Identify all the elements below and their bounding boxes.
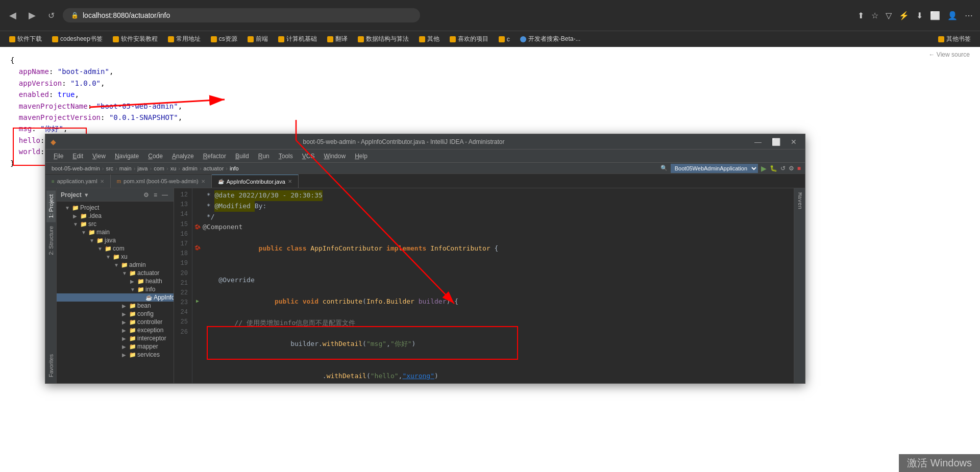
- code-line-13: * @Modified By:: [192, 201, 794, 212]
- bookmark-common[interactable]: 常用地址: [164, 33, 205, 45]
- stop-button[interactable]: ■: [797, 165, 801, 172]
- collection-icon[interactable]: ▽: [884, 9, 894, 22]
- folder-src-icon: 📁: [80, 221, 88, 228]
- tree-item-health[interactable]: ▶ 📁 health: [57, 277, 174, 285]
- address-bar[interactable]: 🔒 localhost:8080/actuator/info: [63, 8, 420, 22]
- menu-edit[interactable]: Edit: [68, 151, 87, 161]
- tree-item-project[interactable]: ▼ 📁 Project: [57, 204, 174, 212]
- folder-bean-icon: 📁: [129, 303, 137, 309]
- side-tab-favorites[interactable]: Favorites: [46, 350, 56, 381]
- maximize-button[interactable]: ⬜: [769, 138, 783, 146]
- breadcrumb-admin[interactable]: admin: [180, 165, 200, 171]
- tree-item-interceptor[interactable]: ▶ 📁 interceptor: [57, 334, 174, 342]
- tree-item-services[interactable]: ▶ 📁 services: [57, 351, 174, 359]
- tab-pom-xml[interactable]: m pom.xml (boot-05-web-admin) ✕: [111, 175, 212, 188]
- bookmark-algo[interactable]: 数据结构与算法: [354, 33, 413, 45]
- menu-build[interactable]: Build: [231, 151, 253, 161]
- menu-file[interactable]: File: [50, 151, 67, 161]
- tab-appinfo-java[interactable]: ☕ AppInfoContributor.java ✕: [212, 175, 299, 188]
- view-source-link[interactable]: ← View source: [929, 51, 970, 58]
- share-icon[interactable]: ⬆: [855, 9, 866, 22]
- menu-vcs[interactable]: VCS: [298, 151, 319, 161]
- code-line-18: @Override: [192, 275, 794, 286]
- breadcrumb-actuator[interactable]: actuator: [202, 165, 226, 171]
- menu-run[interactable]: Run: [254, 151, 274, 161]
- tab-close-pom[interactable]: ✕: [201, 179, 205, 184]
- panel-collapse-icon[interactable]: ≡: [152, 191, 159, 199]
- profile-icon[interactable]: 👤: [945, 9, 960, 22]
- tree-item-appinfo[interactable]: ☕ AppInfoContributor: [57, 293, 174, 302]
- tree-item-actuator[interactable]: ▼ 📁 actuator: [57, 269, 174, 277]
- menu-icon[interactable]: ⋯: [963, 9, 975, 22]
- run-button[interactable]: ▶: [761, 164, 767, 172]
- window-icon[interactable]: ⬜: [928, 9, 942, 22]
- breadcrumb-info[interactable]: info: [228, 165, 241, 171]
- tab-application-yaml[interactable]: ≡ application.yaml ✕: [45, 175, 111, 188]
- menu-window[interactable]: Window: [320, 151, 350, 161]
- bookmark-codesheep[interactable]: codesheep书签: [48, 33, 107, 45]
- tree-item-src[interactable]: ▼ 📁 src: [57, 220, 174, 228]
- menu-navigate[interactable]: Navigate: [111, 151, 143, 161]
- bookmark-fav[interactable]: 喜欢的项目: [446, 33, 493, 45]
- bookmark-cs[interactable]: cs资源: [207, 33, 241, 45]
- menu-code[interactable]: Code: [144, 151, 167, 161]
- tree-item-bean[interactable]: ▶ 📁 bean: [57, 302, 174, 310]
- tree-item-com[interactable]: ▼ 📁 com: [57, 244, 174, 253]
- run-config-selector[interactable]: Boot05WebAdminApplication: [671, 164, 758, 173]
- folder-main-icon: 📁: [88, 229, 96, 236]
- breadcrumb-com[interactable]: com: [152, 165, 166, 171]
- menu-help[interactable]: Help: [351, 151, 372, 161]
- tree-item-java[interactable]: ▼ 📁 java: [57, 236, 174, 244]
- breadcrumb-main[interactable]: main: [117, 165, 134, 171]
- breadcrumb-java[interactable]: java: [135, 165, 150, 171]
- toolbar-refresh[interactable]: ↺: [780, 165, 786, 172]
- tree-item-admin[interactable]: ▼ 📁 admin: [57, 261, 174, 269]
- toolbar-settings[interactable]: ⚙: [789, 165, 794, 172]
- breadcrumb-xu[interactable]: xu: [168, 165, 179, 171]
- breadcrumb-project[interactable]: boot-05-web-admin: [50, 165, 102, 171]
- bookmark-dev-search[interactable]: 开发者搜索-Beta-...: [516, 33, 585, 45]
- code-editor[interactable]: 12 13 14 15 16 17 18 19 20 21 22 23 24 2…: [174, 188, 805, 383]
- expand-arrow-actuator: ▼: [122, 270, 129, 276]
- tab-close-yaml[interactable]: ✕: [100, 179, 104, 184]
- tree-item-config[interactable]: ▶ 📁 config: [57, 310, 174, 318]
- menu-tools[interactable]: Tools: [275, 151, 297, 161]
- tree-item-idea[interactable]: ▶ 📁 .idea: [57, 212, 174, 220]
- code-line-21: builder.withDetail("msg","你好"): [192, 328, 794, 360]
- breadcrumb-src[interactable]: src: [104, 165, 115, 171]
- tree-item-exception[interactable]: ▶ 📁 exception: [57, 326, 174, 334]
- forward-button[interactable]: ▶: [24, 8, 40, 23]
- tab-close-java[interactable]: ✕: [288, 179, 292, 184]
- menu-refactor[interactable]: Refactor: [199, 151, 230, 161]
- side-tab-project[interactable]: 1: Project: [46, 190, 56, 222]
- tree-item-controller[interactable]: ▶ 📁 controller: [57, 318, 174, 326]
- close-button[interactable]: ✕: [788, 138, 800, 146]
- menu-analyze[interactable]: Analyze: [168, 151, 198, 161]
- bookmark-icon[interactable]: ☆: [869, 9, 880, 22]
- side-tab-structure[interactable]: 2: Structure: [46, 222, 56, 259]
- bookmark-c[interactable]: c: [495, 34, 514, 44]
- debug-button[interactable]: 🐛: [770, 165, 777, 172]
- refresh-button[interactable]: ↺: [44, 9, 59, 22]
- panel-close-icon[interactable]: —: [160, 191, 169, 199]
- folder-com-icon: 📁: [105, 245, 113, 252]
- bookmark-install[interactable]: 软件安装教程: [109, 33, 162, 45]
- panel-settings-icon[interactable]: ⚙: [142, 191, 151, 199]
- bookmark-translate[interactable]: 翻译: [323, 33, 352, 45]
- download-icon[interactable]: ⬇: [914, 9, 925, 22]
- minimize-button[interactable]: —: [751, 138, 765, 146]
- tree-item-xu[interactable]: ▼ 📁 xu: [57, 253, 174, 261]
- bookmark-frontend[interactable]: 前端: [243, 33, 272, 45]
- bookmark-others[interactable]: 其他书签: [934, 33, 975, 45]
- tree-item-mapper[interactable]: ▶ 📁 mapper: [57, 342, 174, 351]
- tree-item-main[interactable]: ▼ 📁 main: [57, 228, 174, 236]
- tree-item-info[interactable]: ▼ 📁 info: [57, 285, 174, 293]
- bookmark-cs-basic[interactable]: 计算机基础: [274, 33, 321, 45]
- bookmark-other[interactable]: 其他: [415, 33, 444, 45]
- maven-tab[interactable]: Maven: [794, 188, 805, 213]
- back-button[interactable]: ◀: [5, 8, 20, 23]
- bookmark-software-dl[interactable]: 软件下载: [5, 33, 46, 45]
- menu-view[interactable]: View: [88, 151, 110, 161]
- extension-icon[interactable]: ⚡: [897, 9, 911, 22]
- search-everywhere-icon[interactable]: 🔍: [660, 165, 668, 171]
